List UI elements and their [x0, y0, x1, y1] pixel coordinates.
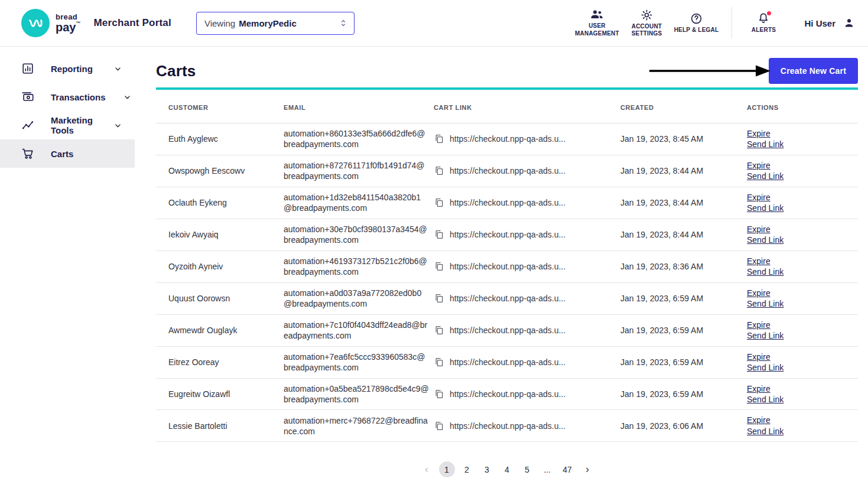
- user-management-nav[interactable]: USER MANAGEMENT: [572, 9, 622, 37]
- copy-icon[interactable]: [434, 421, 444, 431]
- cart-link-text: https://checkout.npp-qa-ads.u...: [450, 294, 565, 303]
- carts-table: CUSTOMER EMAIL CART LINK CREATED ACTIONS…: [156, 87, 858, 442]
- sidebar-label-transactions: Transactions: [51, 92, 106, 102]
- annotation-arrow: [649, 63, 771, 79]
- expire-link[interactable]: Expire: [747, 160, 771, 171]
- pagination-page-4[interactable]: 4: [499, 461, 515, 477]
- expire-link[interactable]: Expire: [747, 128, 771, 139]
- send-link[interactable]: Send Link: [747, 426, 784, 437]
- email-cell: automation+7ea6fc5ccc933960583c@breadpay…: [284, 346, 434, 378]
- bread-pay-wordmark: bread pay™: [56, 13, 80, 33]
- send-link[interactable]: Send Link: [747, 235, 784, 245]
- wordmark-top: bread: [56, 13, 80, 21]
- actions-cell: Expire Send Link: [747, 282, 858, 314]
- cart-link-text: https://checkout.npp-qa-ads.u...: [450, 357, 565, 367]
- email-cell: automation+4619373127b521c2f0b6@breadpay…: [284, 250, 434, 282]
- sidebar-item-reporting[interactable]: Reporting: [0, 54, 135, 83]
- email-cell: automation+30e7b0cf3980137a3454@breadpay…: [284, 219, 434, 250]
- actions-cell: Expire Send Link: [747, 155, 858, 187]
- header-divider: [732, 7, 732, 39]
- send-link[interactable]: Send Link: [747, 171, 784, 181]
- people-icon: [590, 9, 604, 21]
- copy-icon[interactable]: [434, 197, 444, 208]
- actions-cell: Expire Send Link: [747, 187, 858, 219]
- copy-icon[interactable]: [434, 261, 444, 272]
- sidebar-item-carts[interactable]: Carts: [0, 139, 135, 168]
- send-link[interactable]: Send Link: [747, 330, 784, 341]
- sidebar-label-carts: Carts: [51, 149, 73, 159]
- send-link[interactable]: Send Link: [747, 298, 784, 309]
- user-menu[interactable]: Hi User: [804, 17, 856, 30]
- table-header-row: CUSTOMER EMAIL CART LINK CREATED ACTIONS: [156, 89, 858, 123]
- cart-link-cell: https://checkout.npp-qa-ads.u...: [434, 346, 620, 378]
- customer-cell: Uquust Oorowsn: [156, 282, 284, 314]
- help-legal-nav[interactable]: HELP & LEGAL: [671, 12, 721, 34]
- created-cell: Jan 19, 2023, 6:06 AM: [620, 410, 747, 442]
- gear-icon: [641, 9, 653, 21]
- table-row: Iekoiv Awyaiq automation+30e7b0cf3980137…: [156, 219, 858, 250]
- pagination-page-2[interactable]: 2: [459, 461, 475, 477]
- pagination-page-5[interactable]: 5: [519, 461, 535, 477]
- pagination-page-1[interactable]: 1: [439, 461, 455, 477]
- pagination-page-47[interactable]: 47: [560, 461, 576, 477]
- account-settings-label: ACCOUNT SETTINGS: [622, 23, 671, 38]
- expire-link[interactable]: Expire: [747, 288, 771, 298]
- customer-cell: Oyzoith Ayneiv: [156, 250, 284, 282]
- trademark: ™: [76, 21, 80, 26]
- pagination-page-3[interactable]: 3: [479, 461, 495, 477]
- payments-icon: [21, 90, 34, 103]
- copy-icon[interactable]: [434, 293, 444, 304]
- table-row: Eugreitw Oizawfl automation+0a5bea521789…: [156, 378, 858, 410]
- email-cell: automation+a0d037a9a772082ed0b0@breadpay…: [284, 282, 434, 314]
- actions-cell: Expire Send Link: [747, 123, 858, 155]
- created-cell: Jan 19, 2023, 8:44 AM: [620, 155, 747, 187]
- expire-link[interactable]: Expire: [747, 224, 771, 235]
- sidebar-item-marketing-tools[interactable]: Marketing Tools: [0, 111, 135, 139]
- pagination-prev[interactable]: ‹: [419, 461, 435, 477]
- merchant-viewing-select[interactable]: Viewing MemoryPedic: [196, 12, 355, 35]
- expire-link[interactable]: Expire: [747, 383, 771, 394]
- expire-link[interactable]: Expire: [747, 256, 771, 266]
- send-link[interactable]: Send Link: [747, 362, 784, 373]
- cart-link-text: https://checkout.npp-qa-ads.u...: [450, 166, 565, 175]
- user-management-label: USER MANAGEMENT: [572, 22, 622, 37]
- account-settings-nav[interactable]: ACCOUNT SETTINGS: [622, 9, 671, 38]
- created-cell: Jan 19, 2023, 8:44 AM: [620, 187, 747, 219]
- email-cell: automation+0a5bea5217898cd5e4c9@breadpay…: [284, 378, 434, 410]
- person-icon: [843, 17, 856, 30]
- user-greeting: Hi User: [804, 18, 836, 28]
- copy-icon[interactable]: [434, 357, 444, 367]
- copy-icon[interactable]: [434, 134, 444, 144]
- help-icon: [690, 12, 703, 25]
- expire-link[interactable]: Expire: [747, 415, 771, 425]
- table-row: Oclauth Eykeng automation+1d32eb8411540a…: [156, 187, 858, 219]
- copy-icon[interactable]: [434, 325, 444, 336]
- sidebar-item-transactions[interactable]: Transactions: [0, 83, 135, 111]
- expire-link[interactable]: Expire: [747, 352, 771, 362]
- cart-link-text: https://checkout.npp-qa-ads.u...: [450, 198, 565, 207]
- expire-link[interactable]: Expire: [747, 192, 771, 203]
- expire-link[interactable]: Expire: [747, 320, 771, 330]
- copy-icon[interactable]: [434, 229, 444, 240]
- customer-cell: Iekoiv Awyaiq: [156, 219, 284, 250]
- sidebar-label-reporting: Reporting: [51, 64, 93, 74]
- main-content: Carts Create New Cart CUSTOMER EMAIL CAR…: [135, 47, 868, 501]
- top-header: bread pay™ Merchant Portal Viewing Memor…: [0, 0, 868, 47]
- bread-pay-logo-icon: [21, 9, 50, 37]
- viewing-prefix-label: Viewing: [204, 18, 235, 28]
- cart-link-text: https://checkout.npp-qa-ads.u...: [450, 326, 565, 335]
- copy-icon[interactable]: [434, 165, 444, 176]
- send-link[interactable]: Send Link: [747, 266, 784, 277]
- send-link[interactable]: Send Link: [747, 203, 784, 213]
- help-legal-label: HELP & LEGAL: [674, 27, 719, 34]
- alerts-nav[interactable]: ALERTS: [743, 12, 784, 34]
- sidebar-nav: Reporting Transactions: [0, 47, 135, 501]
- send-link[interactable]: Send Link: [747, 394, 784, 405]
- cart-link-text: https://checkout.npp-qa-ads.u...: [450, 389, 565, 399]
- copy-icon[interactable]: [434, 389, 444, 399]
- create-new-cart-button[interactable]: Create New Cart: [769, 58, 858, 84]
- send-link[interactable]: Send Link: [747, 139, 784, 149]
- pagination-next[interactable]: ›: [580, 461, 596, 477]
- table-row: Awmewdr Ouglayk automation+7c10f0f4043df…: [156, 314, 858, 346]
- cart-link-text: https://checkout.npp-qa-ads.u...: [450, 134, 565, 144]
